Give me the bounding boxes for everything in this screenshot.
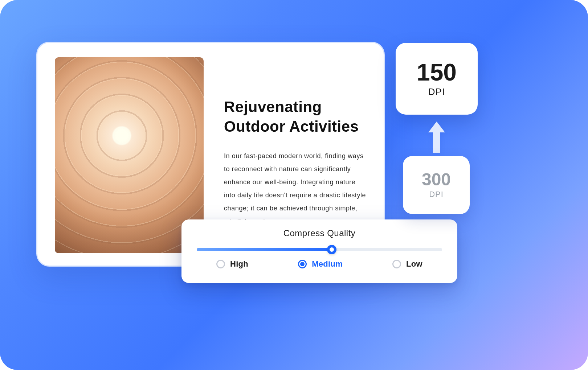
dpi-source-tile: 300 DPI (403, 156, 470, 214)
radio-icon (216, 260, 225, 268)
slider-track-fill (197, 248, 332, 251)
document-title: Rejuvenating Outdoor Activities (224, 97, 366, 136)
slider-thumb[interactable] (327, 245, 336, 254)
dpi-target-value: 150 (417, 60, 457, 84)
quality-option-low[interactable]: Low (392, 259, 422, 269)
document-body: In our fast-paced modern world, finding … (224, 149, 366, 228)
dpi-source-unit: DPI (429, 190, 444, 199)
dpi-target-unit: DPI (428, 86, 445, 98)
radio-icon (392, 260, 401, 268)
quality-option-label: High (230, 259, 248, 269)
quality-option-medium[interactable]: Medium (298, 259, 343, 269)
quality-option-high[interactable]: High (216, 259, 248, 269)
dpi-target-tile: 150 DPI (396, 43, 478, 115)
quality-option-label: Medium (312, 259, 343, 269)
app-canvas: Rejuvenating Outdoor Activities In our f… (0, 0, 588, 370)
document-image (55, 57, 204, 253)
dpi-source-value: 300 (422, 171, 451, 188)
arrow-up-icon (428, 122, 445, 153)
quality-option-label: Low (406, 259, 422, 269)
quality-slider[interactable] (197, 245, 442, 254)
compress-quality-title: Compress Quality (195, 228, 444, 238)
radio-icon (298, 260, 307, 268)
quality-options: High Medium Low (195, 259, 444, 269)
compress-quality-panel: Compress Quality High Medium Low (181, 219, 457, 283)
